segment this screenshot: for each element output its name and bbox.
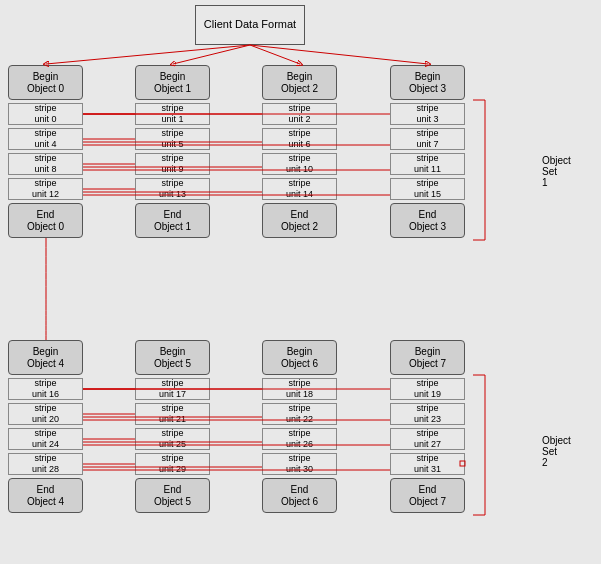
svg-line-1 [173, 45, 250, 64]
stripe-unit-25: stripeunit 25 [135, 428, 210, 450]
svg-line-2 [250, 45, 300, 64]
object-set-1-label: ObjectSet1 [542, 155, 597, 188]
stripe-unit-23: stripeunit 23 [390, 403, 465, 425]
stripe-unit-24: stripeunit 24 [8, 428, 83, 450]
title-label: Client Data Format [204, 18, 296, 31]
stripe-unit-7: stripeunit 7 [390, 128, 465, 150]
end-object-7: EndObject 7 [390, 478, 465, 513]
stripe-unit-21: stripeunit 21 [135, 403, 210, 425]
stripe-unit-5: stripeunit 5 [135, 128, 210, 150]
diagram-container: Client Data Format ObjectSet1 ObjectSet2… [0, 0, 601, 564]
end-object-4: EndObject 4 [8, 478, 83, 513]
begin-object-5: BeginObject 5 [135, 340, 210, 375]
object-set-2-label: ObjectSet2 [542, 435, 597, 468]
stripe-unit-15: stripeunit 15 [390, 178, 465, 200]
stripe-unit-29: stripeunit 29 [135, 453, 210, 475]
stripe-unit-26: stripeunit 26 [262, 428, 337, 450]
stripe-unit-11: stripeunit 11 [390, 153, 465, 175]
stripe-unit-16: stripeunit 16 [8, 378, 83, 400]
stripe-unit-18: stripeunit 18 [262, 378, 337, 400]
begin-object-2: BeginObject 2 [262, 65, 337, 100]
stripe-unit-3: stripeunit 3 [390, 103, 465, 125]
end-object-0: EndObject 0 [8, 203, 83, 238]
begin-object-6: BeginObject 6 [262, 340, 337, 375]
stripe-unit-22: stripeunit 22 [262, 403, 337, 425]
svg-line-0 [46, 45, 250, 64]
stripe-unit-31: stripeunit 31 [390, 453, 465, 475]
stripe-unit-8: stripeunit 8 [8, 153, 83, 175]
stripe-unit-4: stripeunit 4 [8, 128, 83, 150]
stripe-unit-12: stripeunit 12 [8, 178, 83, 200]
end-object-5: EndObject 5 [135, 478, 210, 513]
stripe-unit-10: stripeunit 10 [262, 153, 337, 175]
end-object-1: EndObject 1 [135, 203, 210, 238]
title-box: Client Data Format [195, 5, 305, 45]
stripe-unit-0: stripeunit 0 [8, 103, 83, 125]
stripe-unit-17: stripeunit 17 [135, 378, 210, 400]
stripe-unit-13: stripeunit 13 [135, 178, 210, 200]
end-object-3: EndObject 3 [390, 203, 465, 238]
stripe-unit-19: stripeunit 19 [390, 378, 465, 400]
stripe-unit-14: stripeunit 14 [262, 178, 337, 200]
end-object-2: EndObject 2 [262, 203, 337, 238]
begin-object-7: BeginObject 7 [390, 340, 465, 375]
stripe-unit-20: stripeunit 20 [8, 403, 83, 425]
stripe-unit-28: stripeunit 28 [8, 453, 83, 475]
end-object-6: EndObject 6 [262, 478, 337, 513]
begin-object-3: BeginObject 3 [390, 65, 465, 100]
svg-line-3 [250, 45, 428, 64]
stripe-unit-1: stripeunit 1 [135, 103, 210, 125]
begin-object-1: BeginObject 1 [135, 65, 210, 100]
stripe-unit-27: stripeunit 27 [390, 428, 465, 450]
begin-object-0: BeginObject 0 [8, 65, 83, 100]
stripe-unit-9: stripeunit 9 [135, 153, 210, 175]
begin-object-4: BeginObject 4 [8, 340, 83, 375]
stripe-unit-30: stripeunit 30 [262, 453, 337, 475]
stripe-unit-2: stripeunit 2 [262, 103, 337, 125]
stripe-unit-6: stripeunit 6 [262, 128, 337, 150]
